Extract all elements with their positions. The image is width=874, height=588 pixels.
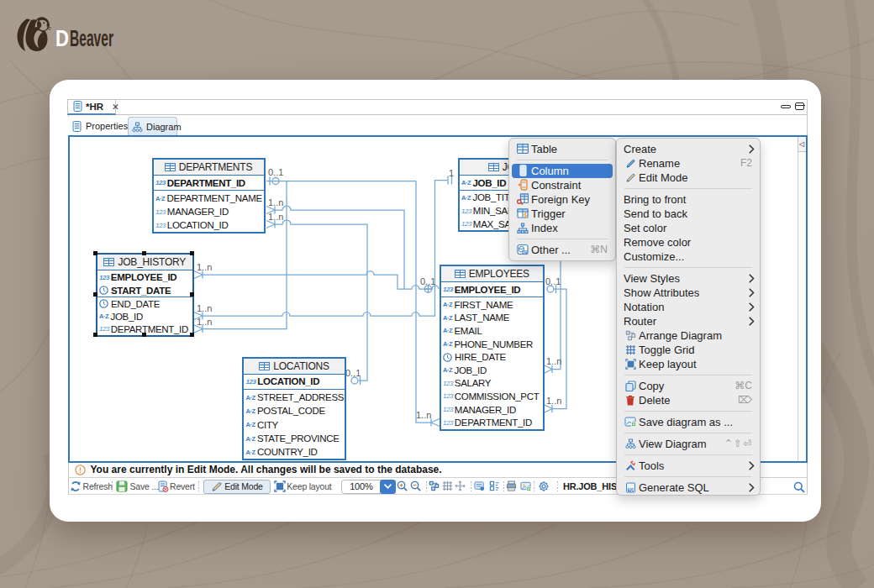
svg-text:1..n: 1..n: [416, 410, 431, 420]
svg-text:0..1: 0..1: [345, 368, 361, 378]
svg-text:Beaver: Beaver: [70, 25, 113, 51]
svg-text:1..n: 1..n: [546, 396, 561, 406]
svg-text:1..n: 1..n: [268, 212, 283, 222]
svg-text:DB: DB: [522, 250, 528, 255]
svg-text:0..1: 0..1: [268, 167, 283, 177]
svg-text:1..n: 1..n: [197, 303, 212, 313]
svg-text:SQL: SQL: [628, 488, 634, 491]
svg-text:1..n: 1..n: [197, 262, 212, 272]
svg-text:0..1: 0..1: [545, 276, 561, 286]
svg-text:1..n: 1..n: [268, 197, 283, 207]
svg-text:1..n: 1..n: [546, 356, 561, 366]
svg-text:D: D: [55, 25, 69, 51]
svg-text:0..1: 0..1: [420, 276, 435, 286]
svg-text:1..n: 1..n: [197, 317, 212, 327]
svg-text:1: 1: [449, 168, 454, 178]
